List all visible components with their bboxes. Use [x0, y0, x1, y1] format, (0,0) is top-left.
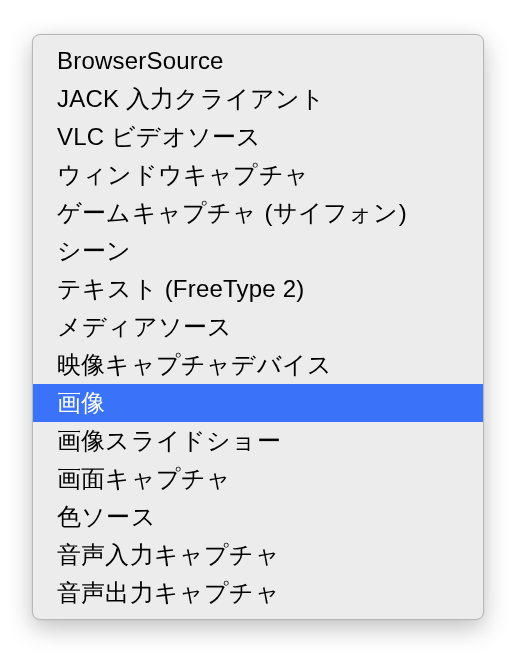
- menu-item-browser-source[interactable]: BrowserSource: [33, 42, 483, 80]
- menu-item-label: JACK 入力クライアント: [57, 85, 326, 112]
- menu-item-label: VLC ビデオソース: [57, 123, 261, 150]
- menu-item-audio-input-capture[interactable]: 音声入力キャプチャ: [33, 536, 483, 574]
- menu-item-display-capture[interactable]: 画面キャプチャ: [33, 460, 483, 498]
- menu-item-label: メディアソース: [57, 313, 232, 340]
- menu-item-image-slide-show[interactable]: 画像スライドショー: [33, 422, 483, 460]
- menu-item-label: シーン: [57, 237, 132, 264]
- menu-item-game-capture-syphon[interactable]: ゲームキャプチャ (サイフォン): [33, 194, 483, 232]
- menu-item-label: 画像スライドショー: [57, 427, 281, 454]
- menu-item-label: 音声入力キャプチャ: [57, 541, 280, 568]
- menu-item-label: 音声出力キャプチャ: [57, 579, 280, 606]
- menu-item-label: ゲームキャプチャ (サイフォン): [57, 199, 407, 226]
- menu-item-vlc-video-source[interactable]: VLC ビデオソース: [33, 118, 483, 156]
- menu-item-text-freetype2[interactable]: テキスト (FreeType 2): [33, 270, 483, 308]
- menu-item-color-source[interactable]: 色ソース: [33, 498, 483, 536]
- menu-item-label: 色ソース: [57, 503, 156, 530]
- menu-item-image[interactable]: 画像: [33, 384, 483, 422]
- menu-item-video-capture-device[interactable]: 映像キャプチャデバイス: [33, 346, 483, 384]
- menu-item-media-source[interactable]: メディアソース: [33, 308, 483, 346]
- menu-item-label: 画像: [57, 389, 105, 416]
- menu-item-jack-input-client[interactable]: JACK 入力クライアント: [33, 80, 483, 118]
- menu-item-scene[interactable]: シーン: [33, 232, 483, 270]
- source-type-menu: BrowserSource JACK 入力クライアント VLC ビデオソース ウ…: [32, 34, 484, 620]
- menu-item-label: BrowserSource: [57, 47, 224, 74]
- menu-item-audio-output-capture[interactable]: 音声出力キャプチャ: [33, 574, 483, 612]
- menu-item-window-capture[interactable]: ウィンドウキャプチャ: [33, 156, 483, 194]
- menu-item-label: 映像キャプチャデバイス: [57, 351, 332, 378]
- menu-item-label: テキスト (FreeType 2): [57, 275, 304, 302]
- menu-item-label: 画面キャプチャ: [57, 465, 231, 492]
- menu-item-label: ウィンドウキャプチャ: [57, 161, 309, 188]
